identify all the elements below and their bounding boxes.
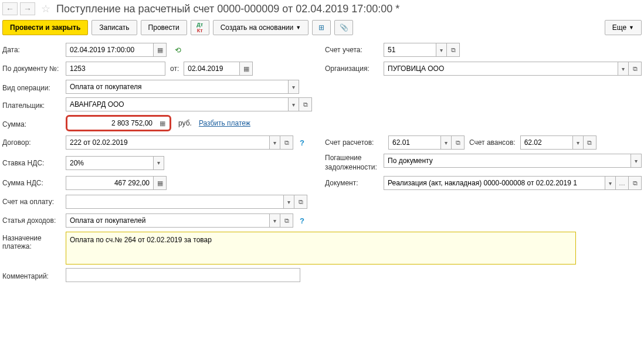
invoice-open-icon[interactable]: ⧉ — [294, 195, 307, 209]
contract-help-icon[interactable]: ? — [297, 137, 307, 148]
advance-acc-label: Счет авансов: — [469, 138, 516, 147]
page-title: Поступление на расчетный счет 0000-00000… — [56, 3, 399, 15]
payer-dropdown-icon[interactable]: ▾ — [289, 97, 299, 111]
save-button[interactable]: Записать — [91, 20, 137, 35]
org-label: Организация: — [325, 65, 384, 73]
payer-input[interactable] — [66, 97, 289, 111]
income-help-icon[interactable]: ? — [297, 215, 307, 226]
more-button[interactable]: Еще ▼ — [605, 20, 642, 35]
income-label: Статья доходов: — [2, 216, 66, 225]
comment-label: Комментарий: — [2, 270, 66, 280]
invoice-input[interactable] — [66, 195, 284, 209]
payer-open-icon[interactable]: ⧉ — [299, 97, 312, 111]
doc-more-icon[interactable]: … — [616, 176, 629, 190]
income-open-icon[interactable]: ⧉ — [280, 213, 293, 228]
purpose-label: Назначение платежа: — [2, 232, 66, 265]
doc-dropdown-icon[interactable]: ▾ — [605, 176, 616, 190]
attachment-button[interactable]: 📎 — [334, 20, 353, 35]
doc-open-icon[interactable]: ⧉ — [629, 176, 642, 190]
date-input[interactable] — [66, 43, 154, 57]
post-and-close-button[interactable]: Провести и закрыть — [2, 20, 88, 35]
advance-acc-open-icon[interactable]: ⧉ — [584, 135, 596, 150]
account-dropdown-icon[interactable]: ▾ — [436, 43, 447, 57]
split-payment-link[interactable]: Разбить платеж — [199, 119, 250, 127]
vat-rate-label: Ставка НДС: — [2, 159, 66, 167]
comment-input[interactable] — [66, 268, 300, 282]
post-button[interactable]: Провести — [141, 20, 187, 35]
account-input[interactable] — [384, 43, 436, 57]
settle-acc-label: Счет расчетов: — [325, 138, 384, 147]
debt-input[interactable] — [384, 154, 631, 168]
create-based-button[interactable]: Создать на основании ▼ — [213, 20, 309, 35]
structure-button[interactable]: ⊞ — [312, 20, 331, 35]
org-input[interactable] — [384, 62, 618, 76]
op-type-label: Вид операции: — [2, 82, 66, 92]
sum-calc-icon[interactable]: ▦ — [156, 117, 169, 129]
from-label: от: — [170, 65, 179, 73]
vat-sum-label: Сумма НДС: — [2, 179, 66, 187]
doc-no-label: По документу №: — [2, 65, 66, 73]
org-open-icon[interactable]: ⧉ — [629, 62, 642, 76]
vat-rate-dropdown-icon[interactable]: ▾ — [154, 156, 164, 170]
sum-input[interactable] — [68, 117, 156, 129]
invoice-label: Счет на оплату: — [2, 198, 66, 206]
doc-input[interactable] — [384, 176, 605, 190]
currency-label: руб. — [178, 119, 192, 127]
settle-acc-dropdown-icon[interactable]: ▾ — [441, 135, 452, 150]
account-label: Счет учета: — [325, 46, 384, 54]
advance-acc-input[interactable] — [520, 135, 573, 150]
nav-forward-button[interactable]: → — [20, 2, 35, 15]
income-input[interactable] — [66, 213, 270, 228]
contract-input[interactable] — [66, 135, 270, 150]
purpose-textarea[interactable] — [66, 232, 576, 265]
vat-rate-input[interactable] — [66, 156, 154, 170]
settle-acc-open-icon[interactable]: ⧉ — [452, 135, 465, 150]
op-type-input[interactable] — [66, 80, 289, 94]
advance-acc-dropdown-icon[interactable]: ▾ — [573, 135, 584, 150]
invoice-dropdown-icon[interactable]: ▾ — [284, 195, 294, 209]
income-dropdown-icon[interactable]: ▾ — [270, 213, 280, 228]
contract-label: Договор: — [2, 138, 66, 147]
doc-date-calendar-icon[interactable]: ▦ — [240, 62, 253, 76]
date-label: Дата: — [2, 46, 66, 54]
payer-label: Плательщик: — [2, 99, 66, 110]
nav-back-button[interactable]: ← — [2, 2, 18, 15]
settle-acc-input[interactable] — [388, 135, 441, 150]
dt-kt-button[interactable]: ДтКт — [191, 20, 209, 35]
vat-sum-input[interactable] — [66, 176, 154, 190]
doc-date-input[interactable] — [184, 62, 240, 76]
debt-dropdown-icon[interactable]: ▾ — [631, 154, 642, 168]
date-calendar-icon[interactable]: ▦ — [154, 43, 167, 57]
debt-label: Погашение задолженности: — [325, 154, 384, 172]
org-dropdown-icon[interactable]: ▾ — [618, 62, 629, 76]
contract-open-icon[interactable]: ⧉ — [280, 135, 293, 150]
doc-no-input[interactable] — [66, 62, 165, 76]
refresh-icon[interactable]: ⟲ — [175, 46, 181, 55]
account-open-icon[interactable]: ⧉ — [447, 43, 460, 57]
favorite-star-icon[interactable]: ☆ — [41, 2, 50, 15]
doc-label: Документ: — [325, 179, 384, 187]
contract-dropdown-icon[interactable]: ▾ — [270, 135, 280, 150]
op-type-dropdown-icon[interactable]: ▾ — [289, 80, 299, 94]
sum-label: Сумма: — [2, 118, 66, 128]
vat-sum-calc-icon[interactable]: ▦ — [154, 176, 167, 190]
